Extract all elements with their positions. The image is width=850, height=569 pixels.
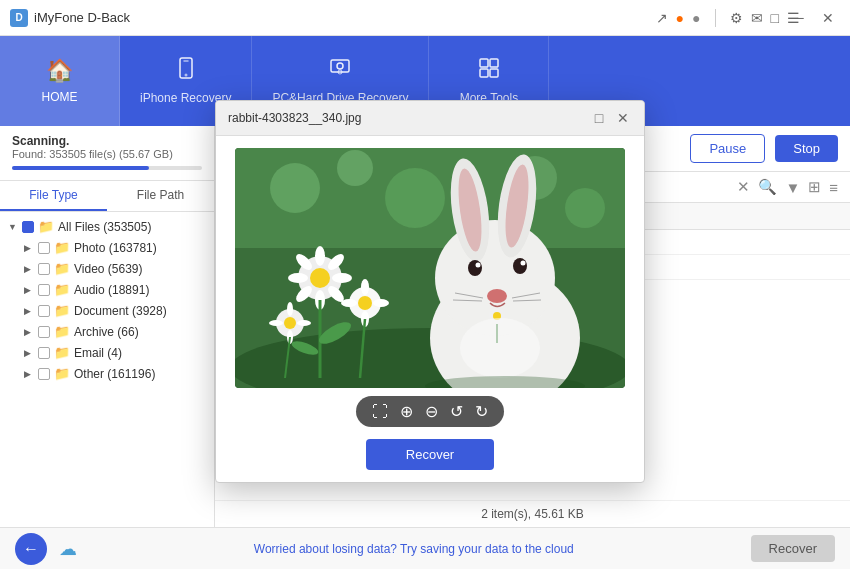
list-icon[interactable]: ≡ [829, 179, 838, 196]
photo-label: Photo (163781) [74, 241, 206, 255]
share-icon[interactable]: ↗ [656, 10, 668, 26]
window-controls: − ✕ [786, 4, 842, 32]
tab-file-path[interactable]: File Path [107, 181, 214, 211]
scan-status: Scanning. Found: 353505 file(s) (55.67 G… [0, 126, 214, 181]
zoom-out-icon[interactable]: ⊖ [425, 402, 438, 421]
svg-point-13 [337, 150, 373, 186]
tab-file-type[interactable]: File Type [0, 181, 107, 211]
profile-icon[interactable]: ● [692, 10, 700, 26]
svg-point-16 [565, 188, 605, 228]
modal-body: ⛶ ⊕ ⊖ ↺ ↻ Recover [216, 136, 644, 482]
tree-item-document[interactable]: ▶ 📁 Document (3928) [0, 300, 214, 321]
audio-label: Audio (18891) [74, 283, 206, 297]
svg-point-55 [487, 289, 507, 303]
svg-point-5 [337, 63, 343, 69]
folder-icon: 📁 [54, 261, 70, 276]
svg-point-19 [310, 268, 330, 288]
preview-image [235, 148, 625, 388]
tree-item-archive[interactable]: ▶ 📁 Archive (66) [0, 321, 214, 342]
modal-recover-button[interactable]: Recover [366, 439, 494, 470]
folder-icon: 📁 [54, 282, 70, 297]
video-label: Video (5639) [74, 262, 206, 276]
cloud-text: Worried about losing data? Try saving yo… [89, 542, 739, 556]
modal-title: rabbit-4303823__340.jpg [228, 111, 590, 125]
chevron-down-icon: ▼ [8, 222, 18, 232]
svg-point-36 [287, 302, 293, 316]
preview-modal[interactable]: rabbit-4303823__340.jpg □ ✕ [215, 100, 645, 483]
folder-icon: 📁 [54, 366, 70, 381]
checkbox-email[interactable] [38, 347, 50, 359]
svg-rect-6 [480, 59, 488, 67]
chevron-right-icon: ▶ [24, 306, 34, 316]
checkbox-other[interactable] [38, 368, 50, 380]
tree-item-audio[interactable]: ▶ 📁 Audio (18891) [0, 279, 214, 300]
item-count-bar: 2 item(s), 45.61 KB [215, 500, 850, 527]
chevron-right-icon: ▶ [24, 243, 34, 253]
chevron-right-icon: ▶ [24, 369, 34, 379]
checkbox-archive[interactable] [38, 326, 50, 338]
file-tree: ▼ 📁 All Files (353505) ▶ 📁 Photo (163781… [0, 212, 214, 527]
rotate-left-icon[interactable]: ↺ [450, 402, 463, 421]
zoom-in-icon[interactable]: ⊕ [400, 402, 413, 421]
email-icon[interactable]: ✉ [751, 10, 763, 26]
title-bar-icon-group: ↗ ● ● ⚙ ✉ □ ☰ [656, 9, 800, 27]
separator [715, 9, 716, 27]
folder-icon: 📁 [54, 240, 70, 255]
folder-icon: 📁 [54, 303, 70, 318]
svg-point-39 [297, 320, 311, 326]
checkbox-video[interactable] [38, 263, 50, 275]
modal-controls: □ ✕ [590, 109, 632, 127]
svg-point-35 [284, 317, 296, 329]
svg-point-14 [385, 168, 445, 228]
progress-bar-container [12, 166, 202, 170]
more-tools-icon [478, 57, 500, 85]
rotate-right-icon[interactable]: ↻ [475, 402, 488, 421]
tree-item-photo[interactable]: ▶ 📁 Photo (163781) [0, 237, 214, 258]
close-button[interactable]: ✕ [814, 4, 842, 32]
home-icon: 🏠 [46, 58, 73, 84]
back-button[interactable]: ← [15, 533, 47, 565]
stop-button[interactable]: Stop [775, 135, 838, 162]
search-icon[interactable]: 🔍 [758, 178, 777, 196]
svg-point-23 [332, 273, 352, 283]
cloud-link[interactable]: Worried about losing data? Try saving yo… [254, 542, 574, 556]
modal-close-button[interactable]: ✕ [614, 109, 632, 127]
resize-icon[interactable]: ⛶ [372, 403, 388, 421]
checkbox-photo[interactable] [38, 242, 50, 254]
chevron-right-icon: ▶ [24, 264, 34, 274]
filter-icon[interactable]: ▼ [785, 179, 800, 196]
recover-button-bottom[interactable]: Recover [751, 535, 835, 562]
nav-home[interactable]: 🏠 HOME [0, 36, 120, 126]
chevron-right-icon: ▶ [24, 327, 34, 337]
clear-icon[interactable]: ✕ [737, 178, 750, 196]
other-label: Other (161196) [74, 367, 206, 381]
all-files-label: All Files (353505) [58, 220, 206, 234]
svg-point-54 [521, 261, 526, 266]
scan-status-text: Scanning. [12, 134, 202, 148]
svg-point-22 [288, 273, 308, 283]
tree-item-all-files[interactable]: ▼ 📁 All Files (353505) [0, 216, 214, 237]
pause-button[interactable]: Pause [690, 134, 765, 163]
grid-icon[interactable]: ⊞ [808, 178, 821, 196]
tree-item-email[interactable]: ▶ 📁 Email (4) [0, 342, 214, 363]
checkbox-audio[interactable] [38, 284, 50, 296]
minimize-button[interactable]: − [786, 4, 814, 32]
svg-rect-7 [490, 59, 498, 67]
folder-icon: 📁 [38, 219, 54, 234]
archive-label: Archive (66) [74, 325, 206, 339]
svg-point-32 [341, 299, 357, 307]
modal-minimize-button[interactable]: □ [590, 109, 608, 127]
checkbox-document[interactable] [38, 305, 50, 317]
tree-item-other[interactable]: ▶ 📁 Other (161196) [0, 363, 214, 384]
checkbox-all-files[interactable] [22, 221, 34, 233]
chat-icon[interactable]: □ [771, 10, 779, 26]
title-bar: D iMyFone D-Back ↗ ● ● ⚙ ✉ □ ☰ − ✕ [0, 0, 850, 36]
tree-item-video[interactable]: ▶ 📁 Video (5639) [0, 258, 214, 279]
sidebar: Scanning. Found: 353505 file(s) (55.67 G… [0, 126, 215, 527]
chevron-right-icon: ▶ [24, 348, 34, 358]
folder-icon: 📁 [54, 345, 70, 360]
file-tabs: File Type File Path [0, 181, 214, 212]
settings-icon[interactable]: ⚙ [730, 10, 743, 26]
bookmark-icon[interactable]: ● [676, 10, 684, 26]
svg-point-63 [460, 318, 540, 378]
